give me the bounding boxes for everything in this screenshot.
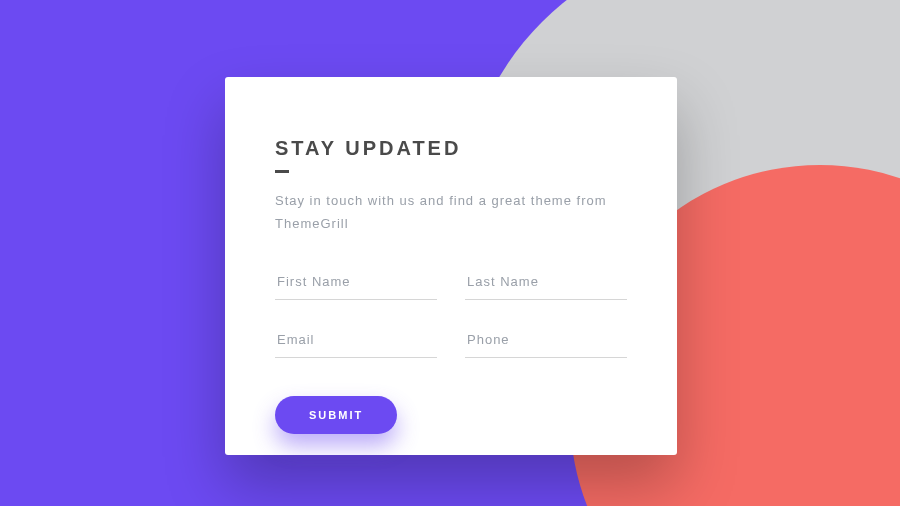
page-title: STAY UPDATED — [275, 137, 627, 160]
first-name-field-wrapper — [275, 264, 437, 300]
email-field-wrapper — [275, 322, 437, 358]
first-name-field[interactable] — [275, 264, 437, 300]
page-subtitle: Stay in touch with us and find a great t… — [275, 189, 625, 236]
phone-field[interactable] — [465, 322, 627, 358]
submit-button[interactable]: SUBMIT — [275, 396, 397, 434]
form-fields — [275, 264, 627, 358]
last-name-field-wrapper — [465, 264, 627, 300]
title-underline — [275, 170, 289, 173]
signup-card: STAY UPDATED Stay in touch with us and f… — [225, 77, 677, 455]
last-name-field[interactable] — [465, 264, 627, 300]
email-field[interactable] — [275, 322, 437, 358]
phone-field-wrapper — [465, 322, 627, 358]
